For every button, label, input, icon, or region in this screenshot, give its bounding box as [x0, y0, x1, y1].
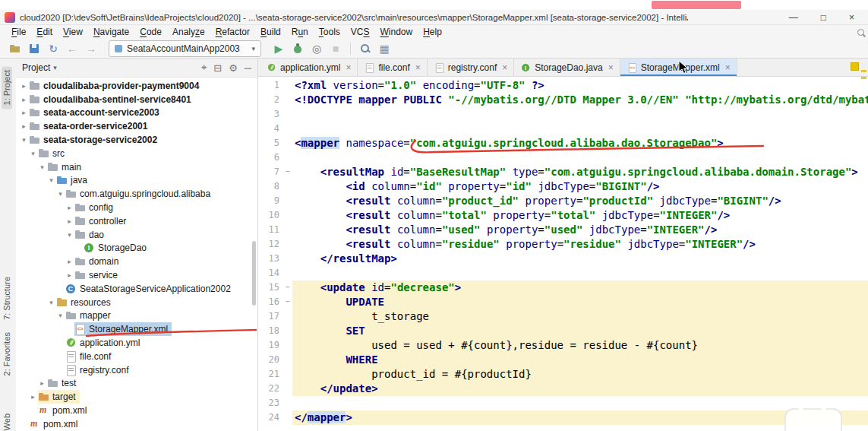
close-icon[interactable]: ×	[346, 62, 351, 73]
tree-row[interactable]: ▾java	[16, 174, 257, 188]
tree-row[interactable]: ▸controller	[16, 214, 257, 228]
fold-marker[interactable]: −	[282, 280, 292, 295]
tab-file.conf[interactable]: file.conf×	[358, 59, 427, 76]
menu-analyze[interactable]: Analyze	[167, 26, 210, 38]
code-line-23[interactable]: 23	[258, 396, 868, 410]
stripe-web[interactable]: Web	[2, 410, 12, 431]
menu-navigate[interactable]: Navigate	[88, 26, 134, 38]
code-line-20[interactable]: 20 WHERE	[258, 353, 868, 367]
code-line-15[interactable]: 15− <update id="decrease">	[258, 280, 868, 295]
code-line-22[interactable]: 22 </update>	[258, 382, 868, 396]
tree-row[interactable]: registry.conf	[16, 363, 257, 377]
run-configuration-combo[interactable]: SeataAccountMainApp2003 ▾	[109, 40, 261, 57]
chevron-right-icon[interactable]: ▸	[28, 393, 38, 401]
tree-row[interactable]: ▾main	[16, 160, 257, 174]
chevron-down-icon[interactable]: ▾	[46, 176, 56, 184]
code-line-14[interactable]: 14	[258, 266, 868, 280]
tree-row[interactable]: StorageMapper.xml	[16, 322, 257, 336]
chevron-right-icon[interactable]: ▸	[19, 82, 29, 90]
menu-help[interactable]: Help	[418, 26, 447, 38]
back-icon[interactable]: ←	[65, 41, 80, 56]
stripe-project[interactable]: 1: Project	[2, 66, 12, 109]
menu-view[interactable]: View	[58, 26, 88, 38]
code-line-10[interactable]: 10 <result column="total" property="tota…	[258, 208, 868, 223]
code-line-19[interactable]: 19 used = used + #{count},residue = resi…	[258, 338, 868, 353]
code-line-4[interactable]: 4	[258, 122, 868, 136]
code-line-6[interactable]: 6	[258, 151, 868, 165]
inspection-indicator[interactable]	[851, 62, 859, 71]
code-line-17[interactable]: 17 t_storage	[258, 309, 868, 324]
tree-row[interactable]: StorageDao	[16, 242, 257, 255]
code-line-13[interactable]: 13 </resultMap>	[258, 252, 868, 266]
search-icon[interactable]	[358, 41, 373, 56]
chevron-down-icon[interactable]: ▾	[19, 136, 29, 144]
tree-row[interactable]: SeataStorageServiceApplication2002	[16, 282, 257, 296]
code-line-11[interactable]: 11 <result column="used" property="used"…	[258, 223, 868, 237]
chevron-right-icon[interactable]: ▸	[19, 122, 29, 130]
tree-row[interactable]: ▾mapper	[16, 309, 257, 323]
code-line-21[interactable]: 21 product_id = #{productId}	[258, 367, 868, 382]
code-line-16[interactable]: 16− UPDATE	[258, 295, 868, 309]
code-line-2[interactable]: 2<!DOCTYPE mapper PUBLIC "-//mybatis.org…	[258, 93, 868, 107]
run-icon[interactable]: ▶	[271, 41, 286, 56]
tree-scrollbar[interactable]	[252, 241, 256, 306]
tree-row[interactable]: ▾com.atguigu.springcloud.alibaba	[16, 187, 257, 201]
overlay-pink-button[interactable]	[652, 1, 741, 9]
warning-stripe-mark[interactable]	[861, 70, 866, 72]
sync-icon[interactable]: ↻	[46, 41, 61, 56]
menu-file[interactable]: File	[6, 26, 31, 38]
menu-build[interactable]: Build	[255, 26, 286, 38]
tree-row[interactable]: ▸seata-account-service2003	[16, 106, 257, 120]
chevron-right-icon[interactable]: ▸	[19, 109, 29, 116]
locate-file-icon[interactable]: ⌖	[201, 62, 207, 74]
chevron-down-icon[interactable]: ▾	[37, 163, 47, 171]
maximize-button[interactable]: □	[821, 12, 826, 23]
tree-row[interactable]: ▾resources	[16, 296, 257, 309]
close-icon[interactable]: ×	[415, 62, 421, 73]
code-line-7[interactable]: 7− <resultMap id="BaseResultMap" type="c…	[258, 165, 868, 179]
code-line-9[interactable]: 9 <result column="product_id" property="…	[258, 194, 868, 208]
stop-icon[interactable]: ■	[328, 41, 343, 56]
tree-row[interactable]: ▾dao	[16, 228, 257, 242]
menu-tools[interactable]: Tools	[314, 26, 346, 38]
tree-row[interactable]: file.conf	[16, 350, 257, 363]
editor-code[interactable]: 1<?xml version="1.0" encoding="UTF-8" ?>…	[258, 77, 868, 431]
code-line-8[interactable]: 8 <id column="id" property="id" jdbcType…	[258, 179, 868, 194]
tree-row[interactable]: pom.xml	[16, 404, 257, 417]
save-all-icon[interactable]	[27, 41, 42, 56]
tree-row[interactable]: ▾src	[16, 147, 257, 160]
code-line-1[interactable]: 1<?xml version="1.0" encoding="UTF-8" ?>	[258, 78, 868, 93]
stripe-structure[interactable]: 7: Structure	[2, 273, 12, 324]
tree-row[interactable]: ▸seata-order-service2001	[16, 119, 257, 133]
warning-stripe-mark[interactable]	[861, 77, 866, 79]
tab-StorageDao.java[interactable]: StorageDao.java×	[514, 59, 620, 76]
chevron-down-icon[interactable]: ▾	[53, 64, 57, 71]
tree-row[interactable]: application.yml	[16, 336, 257, 350]
fold-marker[interactable]: −	[282, 295, 292, 309]
close-icon[interactable]: ×	[608, 62, 614, 73]
tree-row[interactable]: pom.xml	[16, 417, 257, 431]
collapse-all-icon[interactable]: ⊟	[213, 62, 222, 74]
menu-edit[interactable]: Edit	[31, 26, 58, 38]
close-icon[interactable]: ×	[502, 62, 507, 73]
chevron-right-icon[interactable]: ▸	[65, 204, 74, 211]
tree-row[interactable]: ▸cloudalibaba-provider-payment9004	[16, 79, 257, 93]
fold-marker[interactable]: −	[282, 165, 292, 179]
code-line-18[interactable]: 18 SET	[258, 324, 868, 338]
chevron-down-icon[interactable]: ▾	[46, 299, 56, 306]
tree-row[interactable]: ▸config	[16, 201, 257, 214]
open-project-icon[interactable]	[8, 41, 23, 56]
tree-row[interactable]: ▸cloudalibaba-sentinel-service8401	[16, 93, 257, 106]
code-line-12[interactable]: 12 <result column="residue" property="re…	[258, 237, 868, 252]
close-icon[interactable]: ×	[725, 62, 731, 73]
project-panel-title[interactable]: Project	[22, 62, 50, 73]
tree-row[interactable]: ▾seata-storage-service2002	[16, 133, 257, 147]
menu-window[interactable]: Window	[374, 26, 418, 38]
tree-row[interactable]: ▸target	[16, 390, 257, 404]
minimize-button[interactable]: —	[789, 12, 798, 23]
stripe-favorites[interactable]: 2: Favorites	[2, 328, 12, 379]
hide-panel-icon[interactable]: ─	[245, 62, 251, 74]
chevron-down-icon[interactable]: ▾	[65, 231, 74, 239]
chevron-right-icon[interactable]: ▸	[65, 258, 74, 265]
chevron-right-icon[interactable]: ▸	[65, 271, 74, 279]
